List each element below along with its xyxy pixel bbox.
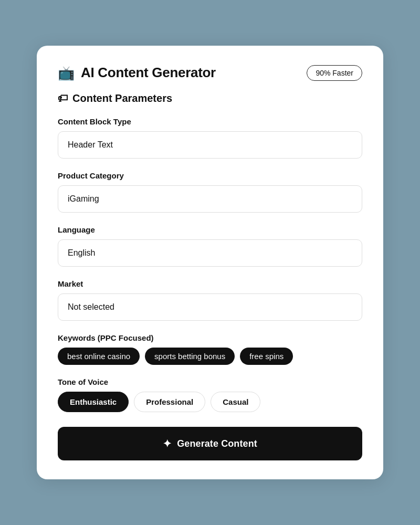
tone-label: Tone of Voice [58,377,362,386]
keywords-label: Keywords (PPC Focused) [58,333,362,342]
app-title-group: 📺 AI Content Generator [58,65,216,81]
main-card: 📺 AI Content Generator 90% Faster 🏷 Cont… [37,46,383,479]
tone-chips: Enthusiastic Professional Casual [58,392,362,412]
language-input[interactable] [58,239,362,267]
market-field: Market [58,279,362,321]
market-input[interactable] [58,293,362,321]
product-category-field: Product Category [58,171,362,213]
keywords-chips: best online casino sports betting bonus … [58,348,362,365]
tone-chip-casual[interactable]: Casual [211,392,260,412]
tone-group: Tone of Voice Enthusiastic Professional … [58,377,362,412]
product-category-label: Product Category [58,171,362,180]
speed-badge: 90% Faster [307,65,362,81]
app-title: AI Content Generator [81,65,216,81]
section-title: 🏷 Content Parameters [58,92,362,104]
keyword-chip-sports-betting-bonus[interactable]: sports betting bonus [145,348,235,365]
content-block-type-label: Content Block Type [58,117,362,126]
keywords-group: Keywords (PPC Focused) best online casin… [58,333,362,365]
keyword-chip-best-online-casino[interactable]: best online casino [58,348,140,365]
app-header: 📺 AI Content Generator 90% Faster [58,65,362,81]
tone-chip-enthusiastic[interactable]: Enthusiastic [58,392,129,412]
generate-button-label: Generate Content [177,438,257,449]
tv-icon: 📺 [58,66,75,80]
content-block-type-field: Content Block Type [58,117,362,159]
content-block-type-input[interactable] [58,131,362,159]
keyword-chip-free-spins[interactable]: free spins [240,348,293,365]
tag-icon: 🏷 [58,92,68,104]
tone-chip-professional[interactable]: Professional [134,392,205,412]
language-label: Language [58,225,362,234]
market-label: Market [58,279,362,288]
section-title-text: Content Parameters [72,92,172,104]
language-field: Language [58,225,362,267]
product-category-input[interactable] [58,185,362,213]
generate-content-button[interactable]: ✦ Generate Content [58,427,362,460]
spark-icon: ✦ [163,437,172,450]
